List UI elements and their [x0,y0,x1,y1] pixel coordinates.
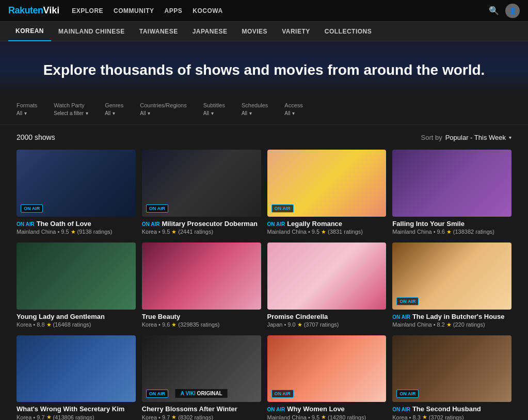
thumbnail-image: ON AIR [17,150,136,217]
show-thumbnail: ON AIR [142,150,261,217]
show-rating: 9.5 [162,229,170,235]
show-card[interactable]: What's Wrong With Secretary Kim Korea • … [17,335,136,420]
filter-genres-select[interactable]: All ▾ [105,110,123,116]
star-icon: ★ [297,321,302,328]
filter-subtitles-select[interactable]: All ▾ [203,110,225,116]
subnav-collections[interactable]: COLLECTIONS [317,22,379,41]
ratings-count: (2441 ratings) [178,229,213,235]
thumbnail-image: ON AIR [392,335,511,402]
show-thumbnail [17,335,136,402]
nav-explore[interactable]: EXPLORE [72,7,103,14]
star-icon: ★ [171,229,177,235]
show-meta: Korea • 9.7 ★ (413806 ratings) [17,414,136,420]
show-card[interactable]: ON AIR A VIKI ORIGINAL Cherry Blossoms A… [142,335,261,420]
filter-subtitles-label: Subtitles [203,102,225,108]
show-country: Korea [17,321,31,328]
show-thumbnail: ON AIR [17,150,136,217]
show-title: ON AIRWhy Women Love [267,405,387,413]
star-icon: ★ [446,321,452,328]
filter-formats-select[interactable]: All ▾ [17,110,37,116]
top-navigation: Rakuten Viki EXPLORE COMMUNITY APPS KOCO… [0,0,528,22]
show-info: Cherry Blossoms After Winter Korea • 9.7… [142,402,261,420]
filter-access-select[interactable]: All ▾ [284,110,302,116]
sub-navigation: KOREAN MAINLAND CHINESE TAIWANESE JAPANE… [0,22,528,41]
nav-apps[interactable]: APPS [165,7,183,14]
thumbnail-image [142,243,261,310]
filter-schedules-select[interactable]: All ▾ [242,110,268,116]
show-meta: Korea • 9.6 ★ (329835 ratings) [142,321,261,328]
on-air-badge: ON AIR [396,390,419,398]
filter-subtitles: Subtitles All ▾ [203,102,225,116]
ratings-count: (413806 ratings) [53,414,94,420]
show-card[interactable]: Young Lady and Gentleman Korea • 8.8 ★ (… [17,243,136,329]
show-info: ON AIRThe Lady in Butcher's House Mainla… [392,310,511,329]
shows-grid: ON AIR ON AIRThe Oath of Love Mainland C… [17,150,511,420]
on-air-badge: ON AIR [146,204,168,213]
show-title: True Beauty [142,313,261,320]
show-info: Promise Cinderella Japan • 9.0 ★ (3707 r… [267,310,387,329]
show-meta: Mainland China • 8.2 ★ (220 ratings) [392,321,511,328]
show-thumbnail [142,243,261,310]
star-icon: ★ [46,321,52,328]
show-rating: 8.8 [37,321,44,328]
show-card[interactable]: Promise Cinderella Japan • 9.0 ★ (3707 r… [267,243,387,329]
show-title: ON AIRLegally Romance [267,220,387,228]
show-country: Mainland China [392,229,431,235]
filter-genres-label: Genres [105,102,123,108]
show-rating: 9.5 [312,229,319,235]
show-country: Korea [17,414,31,420]
star-icon: ★ [171,414,177,420]
show-card[interactable]: True Beauty Korea • 9.6 ★ (329835 rating… [142,243,261,329]
subnav-japanese[interactable]: JAPANESE [185,22,235,41]
logo-rakuten: Rakuten [8,5,43,16]
logo[interactable]: Rakuten Viki [8,5,59,16]
star-icon: ★ [446,229,452,235]
shows-count: 2000 shows [17,133,55,141]
star-icon: ★ [46,414,52,420]
show-info: ON AIRLegally Romance Mainland China • 9… [267,217,387,236]
search-icon[interactable]: 🔍 [489,6,499,15]
filter-access-label: Access [284,102,302,108]
ratings-count: (9138 ratings) [77,229,113,235]
subnav-taiwanese[interactable]: TAIWANESE [132,22,185,41]
show-meta: Mainland China • 9.6 ★ (138382 ratings) [392,229,511,235]
nav-right: 🔍 👤 [489,4,520,18]
show-thumbnail: ON AIR [392,335,511,402]
show-card[interactable]: ON AIR ON AIRThe Lady in Butcher's House… [392,243,511,329]
filter-watch-party-select[interactable]: Select a filter ▾ [54,110,88,116]
subnav-korean[interactable]: KOREAN [8,22,51,41]
show-card[interactable]: Falling Into Your Smile Mainland China •… [392,150,511,236]
show-meta: Mainland China • 9.5 ★ (9138 ratings) [17,229,136,235]
on-air-badge: ON AIR [146,390,168,398]
sort-label: Sort by [421,134,442,141]
show-card[interactable]: ON AIR ON AIRThe Second Husband Korea • … [392,335,511,420]
subnav-variety[interactable]: VARIETY [275,22,317,41]
subnav-mainland-chinese[interactable]: MAINLAND CHINESE [51,22,132,41]
nav-community[interactable]: COMMUNITY [114,7,154,14]
show-country: Mainland China [267,229,307,235]
show-meta: Japan • 9.0 ★ (3707 ratings) [267,321,387,328]
filter-countries-select[interactable]: All ▾ [140,110,187,116]
sort-by-dropdown[interactable]: Sort by Popular - This Week ▾ [421,134,511,141]
thumbnail-image [17,243,136,310]
nav-kocowa[interactable]: KOCOWA [193,7,222,14]
hero-title: Explore thousands of shows and movies fr… [10,62,518,78]
show-info: What's Wrong With Secretary Kim Korea • … [17,402,136,420]
show-title: ON AIRMilitary Prosecutor Doberman [142,220,261,228]
filter-genres: Genres All ▾ [105,102,123,116]
show-card[interactable]: ON AIR ON AIRMilitary Prosecutor Doberma… [142,150,261,236]
show-rating: 9.7 [37,414,44,420]
thumbnail-image: ON AIR [267,150,387,217]
show-card[interactable]: ON AIR ON AIRLegally Romance Mainland Ch… [267,150,387,236]
show-rating: 9.0 [287,321,295,328]
show-rating: 9.5 [312,414,319,420]
nav-links: EXPLORE COMMUNITY APPS KOCOWA [72,7,489,14]
show-card[interactable]: ON AIR ON AIRWhy Women Love Mainland Chi… [267,335,387,420]
subnav-movies[interactable]: MOVIES [234,22,275,41]
show-thumbnail: ON AIR [267,335,387,402]
avatar[interactable]: 👤 [505,4,520,18]
show-rating: 9.6 [162,321,170,328]
show-country: Mainland China [17,229,56,235]
show-rating: 9.7 [162,414,170,420]
show-card[interactable]: ON AIR ON AIRThe Oath of Love Mainland C… [17,150,136,236]
